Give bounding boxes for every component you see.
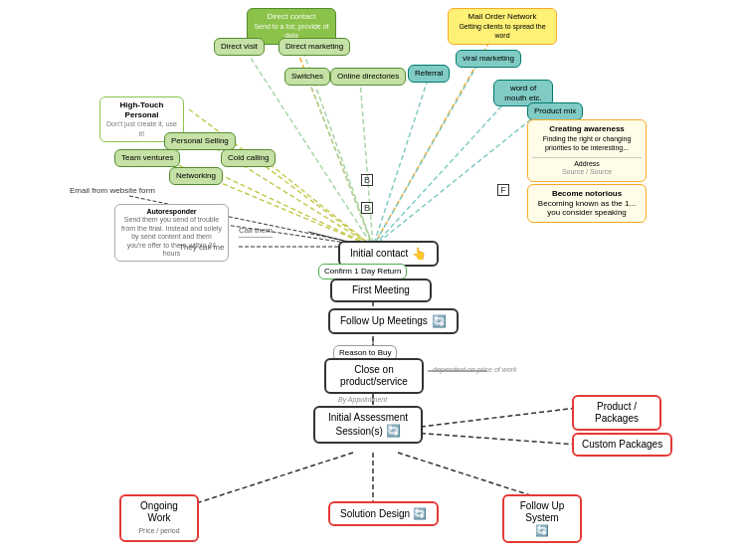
svg-line-8 [373, 94, 512, 247]
email-website-node: Email from website form [70, 186, 155, 196]
follow-up-system-node: Follow Up System 🔄 [502, 494, 582, 543]
viral-marketing-label: viral marketing [463, 54, 514, 63]
product-packages-label: Product / Packages [595, 401, 639, 424]
referral-box: Referral [408, 65, 450, 83]
initial-contact-icon: 👆 [412, 247, 427, 261]
become-notorious-node: Become notorious Becoming known as the 1… [527, 184, 647, 223]
follow-up-meetings-box: Follow Up Meetings 🔄 [328, 308, 459, 334]
call-them-label: Call them [239, 226, 273, 238]
mail-order-box: Mail Order Network Getting clients to sp… [448, 8, 557, 45]
close-on-product-label: Close on product/service [340, 364, 408, 387]
autoresponder-box: Autoresponder Send them you send of trou… [114, 204, 229, 262]
svg-line-7 [373, 65, 477, 247]
become-notorious-label: Become notorious [552, 189, 622, 198]
direct-visit-box: Direct visit [214, 38, 265, 56]
team-ventures-node: Team ventures [114, 149, 180, 167]
ongoing-work-sublabel: Price / period [138, 527, 179, 534]
direct-contact-sublabel: Send to a list; provide of data [254, 23, 328, 40]
custom-packages-box: Custom Packages [572, 433, 672, 457]
mail-order-sublabel: Getting clients to spread the word [459, 23, 545, 40]
solution-design-box: Solution Design 🔄 [328, 501, 439, 526]
word-of-mouth-label: word of mouth etc. [504, 84, 541, 102]
mail-order-node: Mail Order Network Getting clients to sp… [448, 8, 557, 45]
ongoing-work-label: Ongoing Work [140, 500, 178, 523]
direct-marketing-node: Direct marketing [279, 38, 350, 56]
first-meeting-box: First Meeting [330, 279, 432, 302]
they-call-me-node: They call me [179, 243, 224, 253]
team-ventures-box: Team ventures [114, 149, 180, 167]
product-packages-box: Product / Packages [572, 395, 661, 431]
solution-design-icon: 🔄 [413, 507, 427, 520]
online-directories-box: Online directories [330, 68, 406, 86]
confirm-return-node: Confirm 1 Day Return [318, 264, 407, 280]
svg-line-24 [413, 433, 577, 445]
marker-b1: B [361, 174, 373, 186]
networking-node: Networking [169, 167, 223, 185]
switches-box: Switches [284, 68, 330, 86]
confirm-return-label: Confirm 1 Day Return [324, 267, 401, 276]
become-notorious-box: Become notorious Becoming known as the 1… [527, 184, 647, 223]
personal-selling-label: Personal Selling [171, 136, 229, 145]
autoresponder-node: Autoresponder Send them you send of trou… [114, 204, 229, 262]
reason-to-buy-label: Reason to Buy [339, 348, 391, 357]
ongoing-work-box: Ongoing Work Price / period [119, 494, 199, 542]
online-directories-node: Online directories [330, 68, 406, 86]
they-call-me-label: They call me [179, 243, 224, 253]
creating-awareness-node: Creating awareness Finding the right or … [527, 119, 647, 182]
viral-marketing-node: viral marketing [456, 50, 521, 68]
call-them-node: Call them [239, 226, 273, 238]
initial-assessment-icon: 🔄 [386, 424, 401, 438]
product-mix-node: Product mix [527, 102, 583, 120]
svg-line-5 [360, 80, 373, 247]
svg-line-23 [413, 408, 577, 428]
referral-node: Referral [408, 65, 450, 83]
by-appointment-label: By Appointment [338, 396, 387, 404]
direct-marketing-box: Direct marketing [279, 38, 350, 56]
personal-selling-node: Personal Selling [164, 132, 236, 150]
cold-calling-box: Cold calling [221, 149, 276, 167]
confirm-return-box: Confirm 1 Day Return [318, 264, 407, 280]
close-on-product-node: Close on product/service [324, 358, 424, 394]
initial-assessment-node: Initial Assessment Session(s) 🔄 [313, 406, 423, 444]
creating-awareness-address: Address Source / Source [532, 157, 642, 177]
by-appointment-node: By Appointment [338, 396, 387, 404]
networking-label: Networking [176, 171, 216, 180]
marker-f: F [497, 184, 509, 196]
custom-packages-node: Custom Packages [572, 433, 672, 457]
svg-line-25 [199, 453, 353, 502]
follow-up-system-box: Follow Up System 🔄 [502, 494, 582, 543]
initial-assessment-box: Initial Assessment Session(s) 🔄 [313, 406, 423, 444]
first-meeting-node: First Meeting [330, 279, 432, 302]
autoresponder-label: Autoresponder [146, 208, 196, 215]
product-packages-node: Product / Packages [572, 395, 661, 431]
initial-contact-label: Initial contact [350, 248, 408, 260]
mail-order-label: Mail Order Network [468, 12, 537, 21]
product-mix-label: Product mix [534, 106, 576, 115]
online-directories-label: Online directories [337, 72, 399, 81]
networking-box: Networking [169, 167, 223, 185]
follow-up-meetings-icon: 🔄 [432, 314, 447, 328]
direct-marketing-label: Direct marketing [285, 42, 343, 51]
viral-marketing-box: viral marketing [456, 50, 521, 68]
svg-line-9 [373, 114, 537, 247]
custom-packages-label: Custom Packages [582, 439, 662, 450]
direct-visit-label: Direct visit [221, 42, 258, 51]
dependent-price-label: dependent on price of work [433, 366, 516, 374]
creating-awareness-sublabel: Finding the right or changing priorities… [543, 135, 632, 152]
direct-visit-node: Direct visit [214, 38, 265, 56]
switches-node: Switches [284, 68, 330, 86]
follow-up-system-label: Follow Up System [520, 500, 564, 523]
creating-awareness-box: Creating awareness Finding the right or … [527, 119, 647, 182]
solution-design-node: Solution Design 🔄 [328, 501, 439, 526]
direct-contact-label: Direct contact [268, 12, 316, 21]
creating-awareness-label: Creating awareness [549, 124, 625, 133]
dependent-price-node: dependent on price of work [433, 366, 516, 374]
email-website-label: Email from website form [70, 186, 155, 196]
solution-design-label: Solution Design [340, 508, 410, 520]
cold-calling-label: Cold calling [228, 153, 269, 162]
team-ventures-label: Team ventures [121, 153, 173, 162]
personal-selling-box: Personal Selling [164, 132, 236, 150]
ongoing-work-node: Ongoing Work Price / period [119, 494, 199, 542]
referral-label: Referral [415, 69, 443, 78]
cold-calling-node: Cold calling [221, 149, 276, 167]
